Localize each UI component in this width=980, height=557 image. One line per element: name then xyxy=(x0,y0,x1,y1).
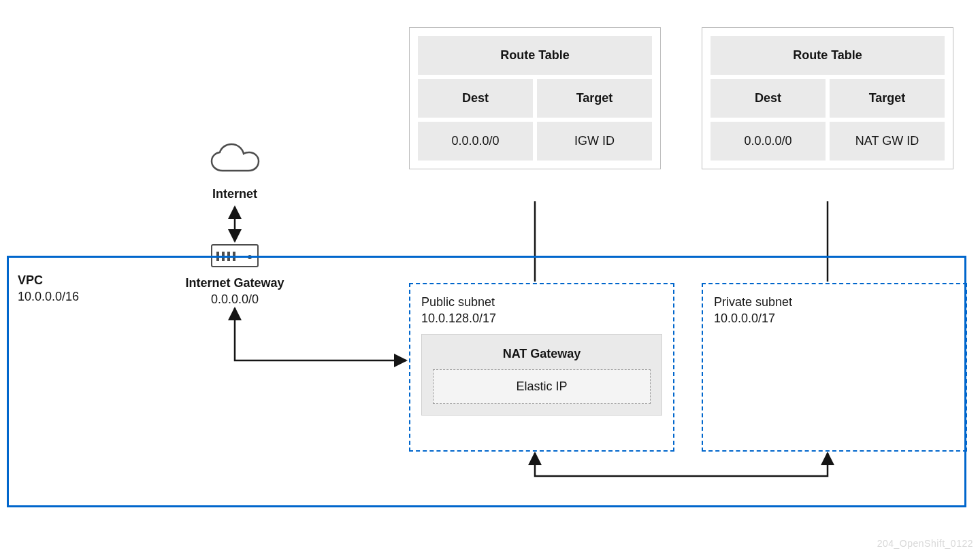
diagram-stage: Internet Internet Gateway 0.0.0.0/0 Rout… xyxy=(0,0,980,557)
rt-col-dest: Dest xyxy=(418,79,533,118)
rt-cell-dest: 0.0.0.0/0 xyxy=(710,122,826,161)
rt-cell-target: IGW ID xyxy=(537,122,652,161)
watermark-text: 204_OpenShift_0122 xyxy=(877,538,973,549)
route-table-public: Route Table Dest Target 0.0.0.0/0 IGW ID xyxy=(409,27,661,169)
rt-cell-target: NAT GW ID xyxy=(830,122,945,161)
vpc-title: VPC xyxy=(18,272,79,288)
elastic-ip-box: Elastic IP xyxy=(433,369,651,404)
route-table-title: Route Table xyxy=(710,36,945,75)
internet-label: Internet xyxy=(206,187,263,201)
cloud-icon xyxy=(206,141,263,176)
rt-col-target: Target xyxy=(830,79,945,118)
private-subnet: Private subnet 10.0.0.0/17 xyxy=(702,283,967,452)
vpc-label: VPC 10.0.0.0/16 xyxy=(18,272,79,305)
rt-cell-dest: 0.0.0.0/0 xyxy=(418,122,533,161)
route-table-title: Route Table xyxy=(418,36,652,75)
vpc-cidr: 10.0.0.0/16 xyxy=(18,288,79,305)
public-subnet-label: Public subnet 10.0.128.0/17 xyxy=(421,294,662,327)
route-table-private: Route Table Dest Target 0.0.0.0/0 NAT GW… xyxy=(702,27,953,169)
rt-col-dest: Dest xyxy=(710,79,826,118)
nat-gateway-title: NAT Gateway xyxy=(433,344,651,369)
public-subnet: Public subnet 10.0.128.0/17 NAT Gateway … xyxy=(409,283,674,452)
public-subnet-title: Public subnet xyxy=(421,294,662,310)
private-subnet-cidr: 10.0.0.0/17 xyxy=(714,310,955,326)
rt-col-target: Target xyxy=(537,79,652,118)
private-subnet-title: Private subnet xyxy=(714,294,955,310)
nat-gateway-box: NAT Gateway Elastic IP xyxy=(421,334,662,416)
private-subnet-label: Private subnet 10.0.0.0/17 xyxy=(714,294,955,327)
public-subnet-cidr: 10.0.128.0/17 xyxy=(421,310,662,326)
